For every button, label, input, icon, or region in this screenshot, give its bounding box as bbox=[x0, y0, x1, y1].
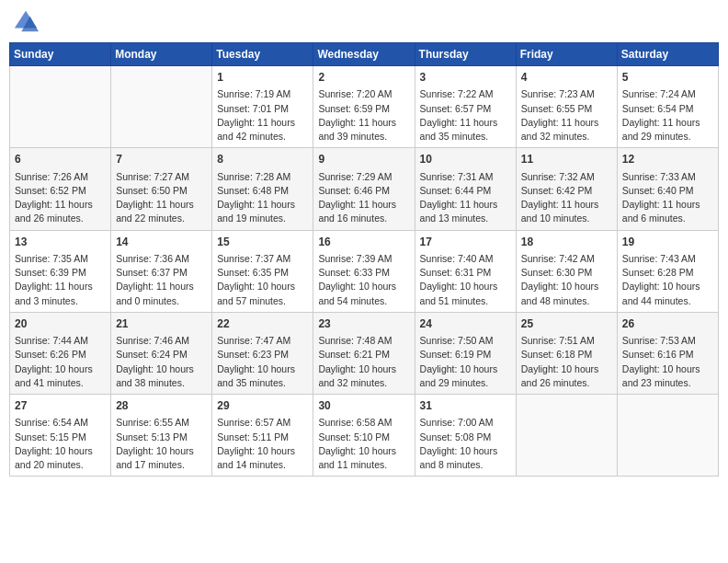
day-number: 28 bbox=[116, 398, 207, 414]
day-number: 1 bbox=[217, 70, 308, 86]
calendar-cell: 26Sunrise: 7:53 AMSunset: 6:16 PMDayligh… bbox=[617, 312, 718, 394]
day-number: 10 bbox=[420, 152, 511, 167]
day-info: Sunrise: 7:48 AMSunset: 6:21 PMDaylight:… bbox=[318, 334, 409, 390]
day-number: 9 bbox=[318, 152, 409, 167]
day-number: 20 bbox=[15, 316, 106, 332]
day-number: 5 bbox=[622, 70, 713, 86]
calendar-cell: 4Sunrise: 7:23 AMSunset: 6:55 PMDaylight… bbox=[516, 66, 617, 148]
day-number: 22 bbox=[217, 316, 308, 332]
calendar-week-row: 1Sunrise: 7:19 AMSunset: 7:01 PMDaylight… bbox=[10, 66, 719, 148]
calendar-cell: 1Sunrise: 7:19 AMSunset: 7:01 PMDaylight… bbox=[212, 66, 313, 148]
day-info: Sunrise: 7:36 AMSunset: 6:37 PMDaylight:… bbox=[116, 252, 207, 308]
day-number: 15 bbox=[217, 235, 308, 250]
day-of-week-header: Monday bbox=[111, 43, 212, 66]
calendar-cell: 20Sunrise: 7:44 AMSunset: 6:26 PMDayligh… bbox=[10, 312, 111, 394]
calendar-header-row: SundayMondayTuesdayWednesdayThursdayFrid… bbox=[10, 43, 719, 66]
day-number: 19 bbox=[622, 235, 713, 250]
day-info: Sunrise: 6:58 AMSunset: 5:10 PMDaylight:… bbox=[318, 416, 409, 472]
day-number: 4 bbox=[521, 70, 612, 86]
day-info: Sunrise: 7:42 AMSunset: 6:30 PMDaylight:… bbox=[521, 252, 612, 308]
day-number: 6 bbox=[15, 152, 106, 167]
calendar-cell: 25Sunrise: 7:51 AMSunset: 6:18 PMDayligh… bbox=[516, 312, 617, 394]
calendar-cell: 22Sunrise: 7:47 AMSunset: 6:23 PMDayligh… bbox=[212, 312, 313, 394]
calendar-cell: 12Sunrise: 7:33 AMSunset: 6:40 PMDayligh… bbox=[617, 148, 718, 230]
calendar-cell: 30Sunrise: 6:58 AMSunset: 5:10 PMDayligh… bbox=[313, 395, 415, 477]
calendar-cell: 31Sunrise: 7:00 AMSunset: 5:08 PMDayligh… bbox=[415, 395, 516, 477]
day-info: Sunrise: 6:55 AMSunset: 5:13 PMDaylight:… bbox=[116, 416, 207, 472]
day-info: Sunrise: 7:50 AMSunset: 6:19 PMDaylight:… bbox=[420, 334, 511, 390]
calendar-cell: 16Sunrise: 7:39 AMSunset: 6:33 PMDayligh… bbox=[313, 230, 415, 312]
calendar-cell bbox=[516, 395, 617, 477]
calendar-cell: 7Sunrise: 7:27 AMSunset: 6:50 PMDaylight… bbox=[111, 148, 212, 230]
day-of-week-header: Sunday bbox=[10, 43, 111, 66]
day-number: 27 bbox=[15, 398, 106, 414]
day-info: Sunrise: 7:22 AMSunset: 6:57 PMDaylight:… bbox=[420, 87, 511, 144]
day-of-week-header: Saturday bbox=[617, 43, 718, 66]
day-info: Sunrise: 7:33 AMSunset: 6:40 PMDaylight:… bbox=[622, 170, 713, 226]
calendar-cell: 15Sunrise: 7:37 AMSunset: 6:35 PMDayligh… bbox=[212, 230, 313, 312]
day-info: Sunrise: 7:23 AMSunset: 6:55 PMDaylight:… bbox=[521, 87, 612, 144]
calendar-week-row: 27Sunrise: 6:54 AMSunset: 5:15 PMDayligh… bbox=[10, 395, 719, 477]
day-number: 17 bbox=[420, 235, 511, 250]
calendar-cell: 29Sunrise: 6:57 AMSunset: 5:11 PMDayligh… bbox=[212, 395, 313, 477]
day-info: Sunrise: 7:37 AMSunset: 6:35 PMDaylight:… bbox=[217, 252, 308, 308]
calendar-cell: 2Sunrise: 7:20 AMSunset: 6:59 PMDaylight… bbox=[313, 66, 415, 148]
day-info: Sunrise: 7:31 AMSunset: 6:44 PMDaylight:… bbox=[420, 170, 511, 226]
calendar-cell: 24Sunrise: 7:50 AMSunset: 6:19 PMDayligh… bbox=[415, 312, 516, 394]
day-number: 14 bbox=[116, 235, 207, 250]
day-info: Sunrise: 7:44 AMSunset: 6:26 PMDaylight:… bbox=[15, 334, 106, 390]
day-info: Sunrise: 7:47 AMSunset: 6:23 PMDaylight:… bbox=[217, 334, 308, 390]
calendar-cell: 17Sunrise: 7:40 AMSunset: 6:31 PMDayligh… bbox=[415, 230, 516, 312]
day-number: 12 bbox=[622, 152, 713, 167]
calendar-cell bbox=[617, 395, 718, 477]
calendar-cell: 18Sunrise: 7:42 AMSunset: 6:30 PMDayligh… bbox=[516, 230, 617, 312]
day-number: 23 bbox=[318, 316, 409, 332]
day-number: 8 bbox=[217, 152, 308, 167]
day-info: Sunrise: 7:32 AMSunset: 6:42 PMDaylight:… bbox=[521, 170, 612, 226]
page-header bbox=[9, 9, 719, 35]
calendar-cell: 19Sunrise: 7:43 AMSunset: 6:28 PMDayligh… bbox=[617, 230, 718, 312]
day-info: Sunrise: 7:00 AMSunset: 5:08 PMDaylight:… bbox=[420, 416, 511, 472]
calendar-cell: 13Sunrise: 7:35 AMSunset: 6:39 PMDayligh… bbox=[10, 230, 111, 312]
day-info: Sunrise: 7:43 AMSunset: 6:28 PMDaylight:… bbox=[622, 252, 713, 308]
calendar-cell: 5Sunrise: 7:24 AMSunset: 6:54 PMDaylight… bbox=[617, 66, 718, 148]
day-info: Sunrise: 7:39 AMSunset: 6:33 PMDaylight:… bbox=[318, 252, 409, 308]
calendar-week-row: 6Sunrise: 7:26 AMSunset: 6:52 PMDaylight… bbox=[10, 148, 719, 230]
day-number: 21 bbox=[116, 316, 207, 332]
day-number: 31 bbox=[420, 398, 511, 414]
day-number: 16 bbox=[318, 235, 409, 250]
calendar-cell: 21Sunrise: 7:46 AMSunset: 6:24 PMDayligh… bbox=[111, 312, 212, 394]
day-info: Sunrise: 7:29 AMSunset: 6:46 PMDaylight:… bbox=[318, 170, 409, 226]
day-of-week-header: Friday bbox=[516, 43, 617, 66]
calendar-table: SundayMondayTuesdayWednesdayThursdayFrid… bbox=[9, 42, 719, 477]
day-info: Sunrise: 7:27 AMSunset: 6:50 PMDaylight:… bbox=[116, 170, 207, 226]
logo bbox=[13, 9, 42, 35]
day-number: 30 bbox=[318, 398, 409, 414]
calendar-cell: 28Sunrise: 6:55 AMSunset: 5:13 PMDayligh… bbox=[111, 395, 212, 477]
calendar-week-row: 20Sunrise: 7:44 AMSunset: 6:26 PMDayligh… bbox=[10, 312, 719, 394]
calendar-cell: 11Sunrise: 7:32 AMSunset: 6:42 PMDayligh… bbox=[516, 148, 617, 230]
day-number: 29 bbox=[217, 398, 308, 414]
day-number: 26 bbox=[622, 316, 713, 332]
calendar-cell: 23Sunrise: 7:48 AMSunset: 6:21 PMDayligh… bbox=[313, 312, 415, 394]
day-number: 2 bbox=[318, 70, 409, 86]
day-number: 25 bbox=[521, 316, 612, 332]
day-info: Sunrise: 7:28 AMSunset: 6:48 PMDaylight:… bbox=[217, 170, 308, 226]
day-number: 7 bbox=[116, 152, 207, 167]
day-of-week-header: Wednesday bbox=[313, 43, 415, 66]
day-info: Sunrise: 7:46 AMSunset: 6:24 PMDaylight:… bbox=[116, 334, 207, 390]
calendar-cell bbox=[10, 66, 111, 148]
day-number: 18 bbox=[521, 235, 612, 250]
day-of-week-header: Tuesday bbox=[212, 43, 313, 66]
day-number: 24 bbox=[420, 316, 511, 332]
day-number: 13 bbox=[15, 235, 106, 250]
day-info: Sunrise: 7:53 AMSunset: 6:16 PMDaylight:… bbox=[622, 334, 713, 390]
calendar-cell bbox=[111, 66, 212, 148]
day-number: 3 bbox=[420, 70, 511, 86]
calendar-cell: 9Sunrise: 7:29 AMSunset: 6:46 PMDaylight… bbox=[313, 148, 415, 230]
calendar-cell: 3Sunrise: 7:22 AMSunset: 6:57 PMDaylight… bbox=[415, 66, 516, 148]
calendar-cell: 6Sunrise: 7:26 AMSunset: 6:52 PMDaylight… bbox=[10, 148, 111, 230]
calendar-week-row: 13Sunrise: 7:35 AMSunset: 6:39 PMDayligh… bbox=[10, 230, 719, 312]
day-info: Sunrise: 7:24 AMSunset: 6:54 PMDaylight:… bbox=[622, 87, 713, 144]
day-info: Sunrise: 7:20 AMSunset: 6:59 PMDaylight:… bbox=[318, 87, 409, 144]
